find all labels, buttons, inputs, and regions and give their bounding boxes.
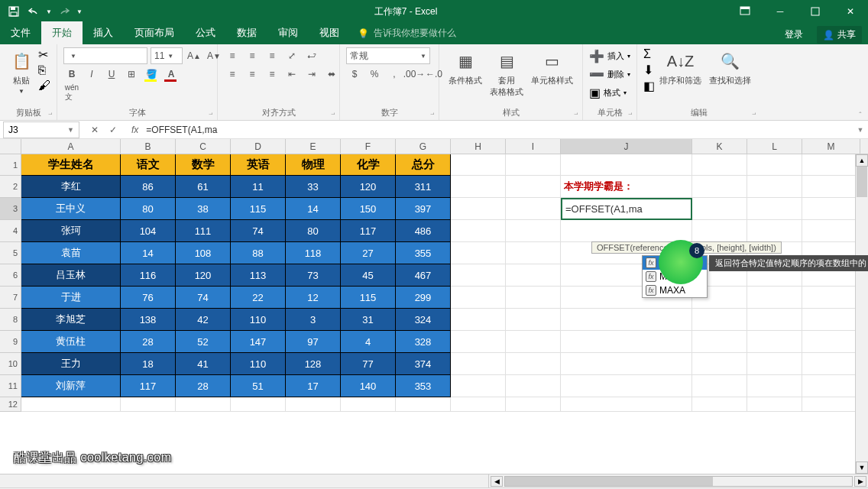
save-icon[interactable] [5,2,23,21]
column-header-D[interactable]: D [231,139,286,154]
cell[interactable] [506,176,561,198]
score-cell[interactable]: 97 [286,331,341,353]
cell[interactable] [451,242,506,264]
align-bottom-icon[interactable]: ≡ [264,48,280,63]
conditional-format-button[interactable]: ▦条件格式 [445,47,485,88]
score-cell[interactable]: 108 [176,242,231,264]
tab-data[interactable]: 数据 [226,21,267,44]
score-cell[interactable]: 27 [341,242,396,264]
delete-cells-button[interactable]: ➖删除▾ [589,66,630,83]
formula-bar-expand-icon[interactable]: ▼ [853,126,868,134]
horizontal-scrollbar[interactable]: ◀ ▶ [489,474,868,487]
score-cell[interactable]: 74 [176,287,231,309]
enter-formula-icon[interactable]: ✓ [104,125,122,135]
cell-styles-button[interactable]: ▭单元格样式 [528,47,576,88]
score-cell[interactable]: 150 [341,198,396,220]
row-header[interactable]: 3 [0,198,21,220]
fx-icon[interactable]: fx [127,125,143,135]
row-header[interactable]: 9 [0,331,21,353]
score-cell[interactable]: 299 [396,287,451,309]
table-header[interactable]: 数学 [176,154,231,176]
insert-cells-button[interactable]: ➕插入▾ [589,47,630,64]
align-center-icon[interactable]: ≡ [244,66,261,82]
column-header-K[interactable]: K [692,139,747,154]
score-cell[interactable]: 33 [286,176,341,198]
column-header-B[interactable]: B [121,139,176,154]
student-name[interactable]: 黄伍柱 [21,331,121,353]
score-cell[interactable]: 12 [286,287,341,309]
cell[interactable] [692,220,747,242]
score-cell[interactable]: 311 [396,176,451,198]
score-cell[interactable]: 355 [396,242,451,264]
score-cell[interactable]: 17 [286,375,341,397]
cell[interactable] [561,375,692,397]
cell[interactable] [692,309,747,331]
number-format-combo[interactable]: 常规▼ [346,47,430,64]
score-cell[interactable]: 115 [341,287,396,309]
score-cell[interactable]: 76 [121,287,176,309]
cell[interactable] [396,397,451,412]
score-cell[interactable]: 80 [286,220,341,242]
score-cell[interactable]: 14 [121,242,176,264]
score-cell[interactable]: 110 [231,353,286,375]
score-cell[interactable]: 147 [231,331,286,353]
cancel-formula-icon[interactable]: ✕ [86,125,104,135]
align-middle-icon[interactable]: ≡ [244,48,261,63]
table-header[interactable]: 英语 [231,154,286,176]
cell[interactable] [802,331,860,353]
row-header[interactable]: 12 [0,397,21,412]
score-cell[interactable]: 77 [341,353,396,375]
cell[interactable] [451,220,506,242]
student-name[interactable]: 李红 [21,176,121,198]
cell[interactable] [692,154,747,176]
cell[interactable] [802,375,860,397]
ribbon-options-icon[interactable] [727,0,763,23]
tab-view[interactable]: 视图 [309,21,350,44]
scroll-thumb[interactable] [857,167,867,197]
cell[interactable] [451,331,506,353]
qat-customize-icon[interactable]: ▼ [75,2,84,21]
score-cell[interactable]: 117 [341,220,396,242]
tell-me[interactable]: 💡告诉我你想要做什么 [350,22,464,44]
row-header[interactable]: 2 [0,176,21,198]
table-header[interactable]: 化学 [341,154,396,176]
cell[interactable] [506,264,561,287]
cell[interactable] [747,198,802,220]
score-cell[interactable]: 120 [176,264,231,287]
autosum-icon[interactable]: Σ [643,47,655,61]
fill-color-icon[interactable]: 🪣 [143,66,160,82]
score-cell[interactable]: 118 [286,242,341,264]
comma-icon[interactable]: , [386,66,403,82]
cell[interactable] [802,220,860,242]
row-header[interactable]: 8 [0,309,21,331]
cell[interactable] [451,176,506,198]
copy-icon[interactable]: ⎘ [38,63,50,77]
currency-icon[interactable]: $ [346,66,363,82]
row-header[interactable]: 10 [0,353,21,375]
sign-in-button[interactable]: 登录 [779,25,809,44]
cell[interactable] [747,397,802,412]
scroll-thumb[interactable] [505,477,713,486]
undo-icon[interactable] [24,2,43,21]
align-top-icon[interactable]: ≡ [224,48,241,63]
tab-layout[interactable]: 页面布局 [124,21,185,44]
table-format-button[interactable]: ▤套用 表格格式 [487,47,526,99]
cell[interactable] [747,353,802,375]
cell[interactable] [802,176,860,198]
merge-icon[interactable]: ⬌ [323,66,340,82]
cell[interactable] [451,353,506,375]
cell[interactable] [506,154,561,176]
score-cell[interactable]: 42 [176,309,231,331]
cell[interactable] [121,397,176,412]
cell[interactable] [747,287,802,309]
fill-icon[interactable]: ⬇ [643,63,655,77]
score-cell[interactable]: 324 [396,309,451,331]
increase-indent-icon[interactable]: ⇥ [303,66,320,82]
row-header[interactable]: 11 [0,375,21,397]
scroll-right-icon[interactable]: ▶ [854,476,866,487]
cell[interactable] [802,154,860,176]
phonetic-icon[interactable]: wén文 [63,85,80,100]
column-header-C[interactable]: C [176,139,231,154]
cell[interactable] [747,375,802,397]
cell[interactable] [451,287,506,309]
